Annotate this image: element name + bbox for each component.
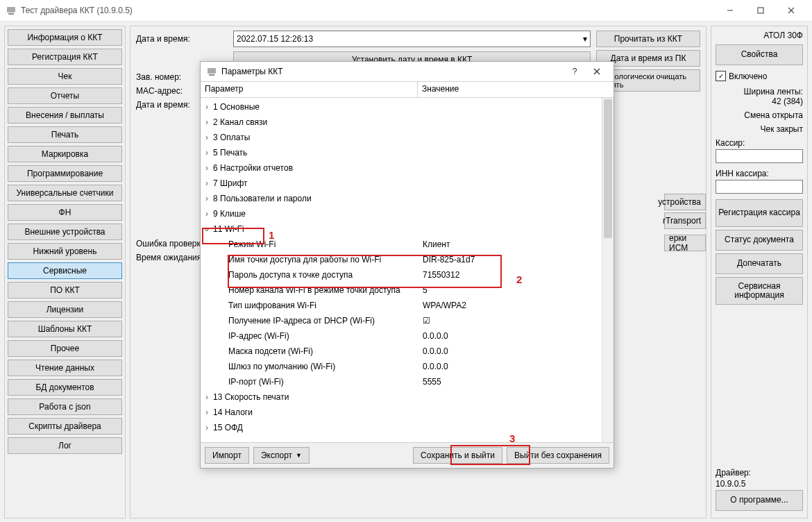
chevron-right-icon: › <box>201 163 213 173</box>
chevron-right-icon: › <box>201 133 213 142</box>
scrollbar-thumb[interactable] <box>604 99 612 238</box>
properties-button[interactable]: Свойства <box>716 44 803 65</box>
left-nav-button[interactable]: Сервисные <box>8 262 122 279</box>
tree-group[interactable]: ›7 Шрифт <box>201 176 614 191</box>
left-nav-button[interactable]: Работа с json <box>8 398 122 415</box>
left-nav-button[interactable]: ФН <box>8 204 122 221</box>
datetime-value: 2022.07.15 12:26:13 <box>237 34 313 44</box>
export-button[interactable]: Экспорт▼ <box>253 447 310 464</box>
param-name: Тип шифрования Wi-Fi <box>228 301 423 310</box>
dialog-close-button[interactable] <box>586 63 608 80</box>
about-button[interactable]: О программе... <box>716 490 803 511</box>
col-value: Значение <box>418 82 614 97</box>
left-nav-button[interactable]: Шаблоны ККТ <box>8 321 122 337</box>
left-nav-button[interactable]: Регистрация ККТ <box>8 49 122 65</box>
group-label: 9 Клише <box>213 209 614 219</box>
group-label: 11 Wi-Fi <box>213 224 614 234</box>
svg-rect-1 <box>8 13 14 15</box>
partial-button-devices[interactable]: устройства <box>664 194 706 210</box>
tree-row[interactable]: Имя точки доступа для работы по Wi-FiDIR… <box>201 252 614 267</box>
maximize-button[interactable] <box>745 1 776 20</box>
chevron-right-icon: › <box>201 407 213 417</box>
doc-status-button[interactable]: Статус документа <box>716 230 803 251</box>
tree-row[interactable]: Шлюз по умолчанию (Wi-Fi)0.0.0.0 <box>201 359 614 374</box>
group-label: 13 Скорость печати <box>213 392 614 402</box>
param-name: Шлюз по умолчанию (Wi-Fi) <box>228 362 423 371</box>
dialog-title: Параметры ККТ <box>221 67 564 76</box>
left-nav-button[interactable]: Чтение данных <box>8 360 122 376</box>
tree-group[interactable]: ›9 Клише <box>201 206 614 221</box>
tree-row[interactable]: Получение IP-адреса от DHCP (Wi-Fi)☑ <box>201 313 614 328</box>
svg-rect-6 <box>208 68 216 74</box>
left-nav-button[interactable]: Информация о ККТ <box>8 29 122 46</box>
tree-row[interactable]: Пароль доступа к точке доступа71550312 <box>201 267 614 283</box>
app-icon <box>6 5 17 16</box>
left-nav-button[interactable]: Отчеты <box>8 87 122 104</box>
service-info-button[interactable]: Сервисная информация <box>716 277 803 305</box>
param-value: Клиент <box>423 239 614 249</box>
datetime-field[interactable]: 2022.07.15 12:26:13 ▾ <box>233 31 591 47</box>
tree-row[interactable]: Маска подсети (Wi-Fi)0.0.0.0 <box>201 344 614 359</box>
minimize-button[interactable] <box>715 1 745 20</box>
group-label: 2 Канал связи <box>213 117 614 127</box>
left-nav-button[interactable]: Внешние устройства <box>8 224 122 240</box>
tree-group[interactable]: ›2 Канал связи <box>201 115 614 130</box>
tree-group[interactable]: ›13 Скорость печати <box>201 389 614 405</box>
left-nav-button[interactable]: Нижний уровень <box>8 243 122 260</box>
left-nav-button[interactable]: Лицензии <box>8 301 122 318</box>
left-nav-button[interactable]: БД документов <box>8 379 122 396</box>
tree-group[interactable]: ›8 Пользователи и пароли <box>201 191 614 206</box>
tree-row[interactable]: Тип шифрования Wi-FiWPA/WPA2 <box>201 298 614 313</box>
window-buttons <box>715 1 806 20</box>
enabled-checkbox[interactable]: ✓ <box>716 71 726 81</box>
left-nav-button[interactable]: Скрипты драйвера <box>8 418 122 435</box>
tree-group[interactable]: ›14 Налоги <box>201 405 614 420</box>
close-button[interactable] <box>776 1 806 20</box>
read-from-kkt-button[interactable]: Прочитать из ККТ <box>596 31 700 47</box>
cashier-input[interactable] <box>716 149 803 163</box>
left-nav-button[interactable]: Чек <box>8 68 122 85</box>
tree-row[interactable]: Режим Wi-FiКлиент <box>201 237 614 252</box>
tree-row[interactable]: IP-порт (Wi-Fi)5555 <box>201 374 614 389</box>
partial-button-transport[interactable]: rTransport <box>664 212 706 229</box>
left-nav-button[interactable]: Лог <box>8 437 122 454</box>
left-nav-button[interactable]: Внесения / выплаты <box>8 107 122 124</box>
tree-group[interactable]: ›5 Печать <box>201 145 614 160</box>
tree-group[interactable]: ›1 Основные <box>201 99 614 115</box>
param-tree[interactable]: ›1 Основные›2 Канал связи›3 Оплаты›5 Печ… <box>201 98 614 442</box>
tree-group[interactable]: ⌄11 Wi-Fi <box>201 221 614 237</box>
tree-row[interactable]: Номер канала Wi-Fi в режиме точки доступ… <box>201 283 614 298</box>
help-button[interactable]: ? <box>564 63 586 80</box>
left-nav-button[interactable]: Прочее <box>8 340 122 357</box>
register-cashier-button[interactable]: Регистрация кассира <box>716 199 803 227</box>
chevron-right-icon: › <box>201 102 213 112</box>
param-name: Получение IP-адреса от DHCP (Wi-Fi) <box>228 316 423 326</box>
kkt-params-dialog: Параметры ККТ ? Параметр Значение ›1 Осн… <box>200 61 614 469</box>
inn-input[interactable] <box>716 180 803 194</box>
left-nav-button[interactable]: Печать <box>8 126 122 143</box>
tree-scrollbar[interactable] <box>602 98 614 442</box>
chevron-down-icon: ▾ <box>583 34 587 44</box>
exit-no-save-button[interactable]: Выйти без сохранения <box>507 447 609 464</box>
print-more-button[interactable]: Допечатать <box>716 253 803 274</box>
chevron-right-icon: › <box>201 194 213 203</box>
param-name: Пароль доступа к точке доступа <box>228 270 423 280</box>
tree-group[interactable]: ›3 Оплаты <box>201 130 614 145</box>
tree-row[interactable]: IP-адрес (Wi-Fi)0.0.0.0 <box>201 328 614 344</box>
tree-group[interactable]: ›6 Настройки отчетов <box>201 160 614 176</box>
param-value: WPA/WPA2 <box>423 301 614 310</box>
left-nav-button[interactable]: ПО ККТ <box>8 282 122 298</box>
left-nav-button[interactable]: Универсальные счетчики <box>8 185 122 201</box>
param-name: IP-адрес (Wi-Fi) <box>228 331 423 341</box>
import-button[interactable]: Импорт <box>205 447 249 464</box>
partial-button-ism[interactable]: ерки ИСМ <box>664 235 706 251</box>
param-value: DIR-825-a1d7 <box>423 255 614 264</box>
left-nav-button[interactable]: Маркировка <box>8 146 122 162</box>
col-param: Параметр <box>201 82 418 97</box>
save-exit-button[interactable]: Сохранить и выйти <box>413 447 502 464</box>
group-label: 5 Печать <box>213 148 614 158</box>
enabled-label: Включено <box>729 71 767 81</box>
left-nav-button[interactable]: Программирование <box>8 165 122 182</box>
chevron-down-icon: ⌄ <box>201 224 213 233</box>
tree-group[interactable]: ›15 ОФД <box>201 420 614 435</box>
